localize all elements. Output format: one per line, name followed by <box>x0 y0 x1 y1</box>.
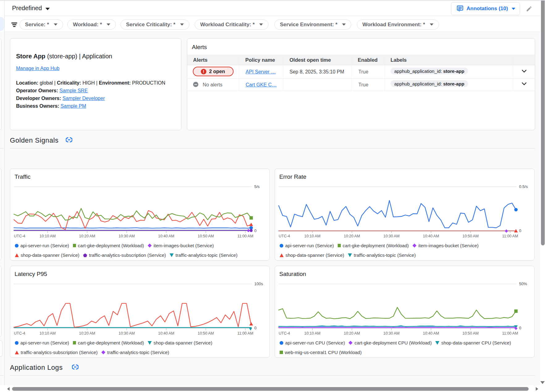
svg-text:0.5/s: 0.5/s <box>519 184 528 189</box>
svg-text:0: 0 <box>254 326 256 330</box>
svg-text:UTC-4: UTC-4 <box>279 331 290 336</box>
svg-text:0: 0 <box>519 228 521 233</box>
svg-text:11:00 AM: 11:00 AM <box>502 234 518 238</box>
svg-text:10:40 AM: 10:40 AM <box>158 234 175 238</box>
svg-text:10:50 AM: 10:50 AM <box>463 234 479 238</box>
svg-text:UTC-4: UTC-4 <box>14 234 25 238</box>
svg-text:11:00 AM: 11:00 AM <box>237 331 253 336</box>
svg-text:10:50 AM: 10:50 AM <box>198 331 214 336</box>
svg-text:10:10 AM: 10:10 AM <box>40 331 56 336</box>
svg-text:10:40 AM: 10:40 AM <box>423 331 439 336</box>
svg-text:10:50 AM: 10:50 AM <box>198 234 214 238</box>
svg-text:10:10 AM: 10:10 AM <box>304 234 321 238</box>
svg-text:10:50 AM: 10:50 AM <box>463 331 479 336</box>
svg-text:10:20 AM: 10:20 AM <box>79 331 95 336</box>
svg-text:0: 0 <box>519 326 521 330</box>
svg-text:10:20 AM: 10:20 AM <box>79 234 95 238</box>
svg-text:50%: 50% <box>519 281 527 286</box>
svg-text:UTC-4: UTC-4 <box>14 331 25 336</box>
svg-text:10:30 AM: 10:30 AM <box>383 331 400 336</box>
svg-text:11:00 AM: 11:00 AM <box>237 234 253 238</box>
svg-text:10:30 AM: 10:30 AM <box>119 331 135 336</box>
svg-text:10:10 AM: 10:10 AM <box>304 331 321 336</box>
svg-text:10:30 AM: 10:30 AM <box>383 234 400 238</box>
svg-text:0: 0 <box>254 228 256 233</box>
svg-text:10:20 AM: 10:20 AM <box>344 234 360 238</box>
svg-text:11:00 AM: 11:00 AM <box>502 331 518 336</box>
svg-text:10:40 AM: 10:40 AM <box>158 331 175 336</box>
svg-text:100s: 100s <box>254 281 263 286</box>
svg-text:10:20 AM: 10:20 AM <box>344 331 360 336</box>
svg-text:10:40 AM: 10:40 AM <box>423 234 439 238</box>
svg-text:10:30 AM: 10:30 AM <box>119 234 135 238</box>
svg-text:UTC-4: UTC-4 <box>279 234 290 238</box>
svg-text:5/s: 5/s <box>254 184 260 189</box>
svg-text:10:10 AM: 10:10 AM <box>40 234 56 238</box>
